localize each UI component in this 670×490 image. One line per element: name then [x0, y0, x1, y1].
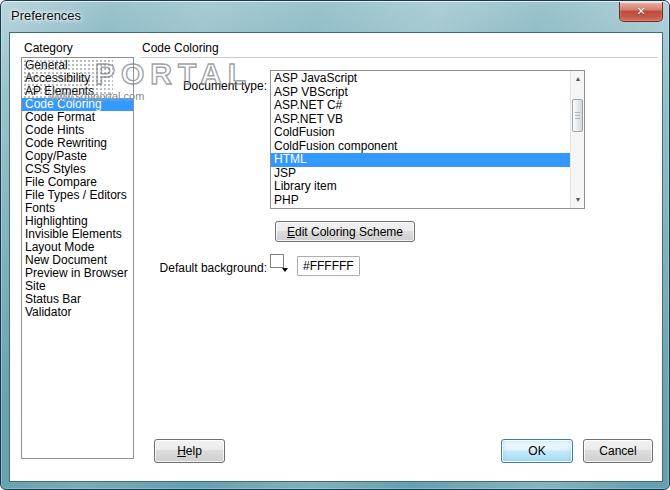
list-item[interactable]: ASP.NET VB — [271, 113, 570, 127]
edit-coloring-scheme-label: Edit Coloring Scheme — [287, 225, 403, 239]
list-item[interactable]: ASP.NET C# — [271, 99, 570, 113]
list-item[interactable]: JSP — [271, 167, 570, 181]
scrollbar[interactable]: ▲▼ — [570, 71, 584, 208]
ok-button-label: OK — [528, 444, 545, 458]
list-item[interactable]: ColdFusion component — [271, 140, 570, 154]
default-background-label: Default background: — [142, 261, 267, 275]
list-item[interactable]: ASP JavaScript — [271, 72, 570, 86]
list-item[interactable]: PHP — [271, 194, 570, 208]
category-list[interactable]: GeneralAccessibilityAP ElementsCode Colo… — [21, 57, 134, 459]
cancel-button-label: Cancel — [599, 444, 636, 458]
preferences-dialog: Preferences ✕ Category Code Coloring Gen… — [0, 0, 670, 490]
close-icon[interactable]: ✕ — [619, 2, 663, 22]
color-picker-swatch[interactable] — [270, 254, 289, 273]
help-button[interactable]: Help — [154, 439, 225, 463]
list-item[interactable]: Validator — [22, 306, 133, 319]
scrollbar-thumb[interactable] — [572, 99, 583, 132]
scrollbar-grip — [575, 112, 580, 120]
dialog-content: Category Code Coloring GeneralAccessibil… — [9, 32, 663, 482]
document-type-list[interactable]: ASP JavaScriptASP VBScriptASP.NET C#ASP.… — [270, 70, 585, 209]
list-item[interactable]: HTML — [271, 153, 570, 167]
list-item[interactable]: Library item — [271, 180, 570, 194]
scrollbar-up-icon[interactable]: ▲ — [571, 71, 585, 87]
cancel-button[interactable]: Cancel — [583, 439, 653, 463]
list-item[interactable]: ASP VBScript — [271, 86, 570, 100]
category-label: Category — [24, 41, 73, 55]
edit-coloring-scheme-button[interactable]: Edit Coloring Scheme — [275, 221, 415, 242]
document-type-label: Document type: — [167, 79, 267, 93]
header-separator — [140, 57, 658, 58]
help-button-label: Help — [177, 444, 202, 458]
page-title: Code Coloring — [142, 41, 219, 55]
list-item[interactable]: ColdFusion — [271, 126, 570, 140]
window-title: Preferences — [11, 8, 81, 23]
scrollbar-down-icon[interactable]: ▼ — [571, 192, 585, 208]
ok-button[interactable]: OK — [501, 439, 573, 463]
color-swatch-square — [270, 254, 284, 268]
chevron-down-icon — [282, 268, 288, 272]
default-background-input[interactable] — [297, 256, 360, 276]
